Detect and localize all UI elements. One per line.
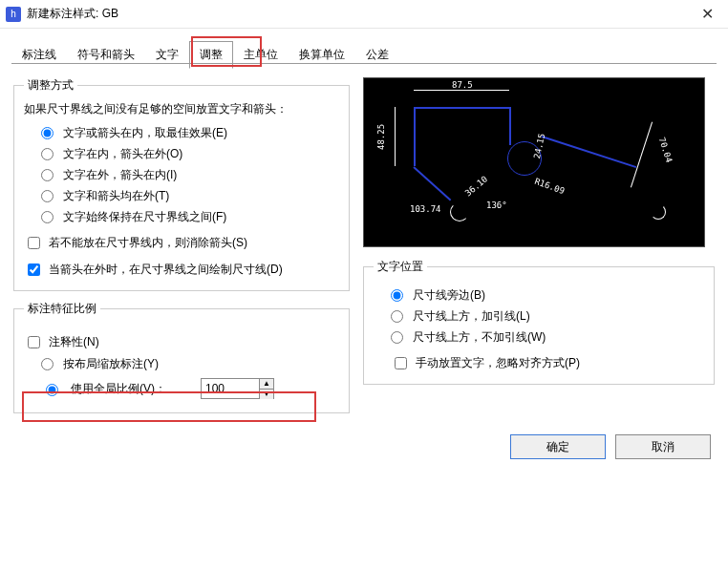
tab-dimline[interactable]: 标注线 (11, 41, 67, 69)
pv-label-deg: 136° (486, 200, 507, 210)
tab-symbols[interactable]: 符号和箭头 (67, 41, 145, 69)
radio-global-scale-label: 使用全局比例(V)： (71, 381, 166, 397)
radio-best-fit[interactable] (41, 127, 54, 139)
input-global-scale[interactable] (202, 379, 259, 398)
radio-best-fit-label: 文字或箭头在内，取最佳效果(E) (63, 125, 227, 141)
radio-above-with-leader[interactable] (391, 310, 403, 323)
chk-suppress-arrows-label: 若不能放在尺寸界线内，则消除箭头(S) (49, 235, 247, 251)
tab-text[interactable]: 文字 (145, 41, 189, 69)
radio-both-out-label: 文字和箭头均在外(T) (63, 188, 169, 204)
radio-keep-between-label: 文字始终保持在尺寸界线之间(F) (63, 209, 226, 225)
chk-annotative-label: 注释性(N) (49, 334, 99, 350)
pv-label-top: 87.5 (452, 80, 473, 90)
radio-layout-scale-label: 按布局缩放标注(Y) (63, 356, 159, 372)
radio-text-in-arrow-out-label: 文字在内，箭头在外(O) (63, 146, 182, 162)
close-button[interactable]: ✕ (686, 0, 728, 29)
fieldset-adjust: 调整方式 如果尺寸界线之间没有足够的空间放置文字和箭头： 文字或箭头在内，取最佳… (13, 77, 350, 291)
spinner-global-scale: ▲ ▼ (201, 378, 274, 399)
radio-text-in-arrow-out[interactable] (41, 148, 54, 160)
titlebar: h 新建标注样式: GB ✕ (0, 0, 728, 29)
adjust-intro: 如果尺寸界线之间没有足够的空间放置文字和箭头： (24, 101, 339, 117)
tab-adjust[interactable]: 调整 (189, 41, 233, 69)
tabs: 标注线 符号和箭头 文字 调整 主单位 换算单位 公差 (0, 29, 728, 68)
chk-manual-placement-label: 手动放置文字，忽略对齐方式(P) (416, 355, 580, 371)
radio-above-no-leader[interactable] (391, 331, 403, 344)
window-title: 新建标注样式: GB (27, 6, 686, 22)
chk-draw-dimline-label: 当箭头在外时，在尺寸界线之间绘制尺寸线(D) (49, 262, 283, 278)
ok-button[interactable]: 确定 (510, 434, 606, 459)
radio-above-with-leader-label: 尺寸线上方，加引线(L) (413, 308, 530, 325)
chk-draw-dimline[interactable] (28, 263, 40, 276)
pv-label-r: 24.15 (532, 133, 546, 160)
fieldset-textpos: 文字位置 尺寸线旁边(B) 尺寸线上方，加引线(L) 尺寸线上方，不加引线(W)… (363, 259, 715, 385)
chk-manual-placement[interactable] (395, 357, 407, 369)
pv-label-left: 48.25 (376, 124, 386, 150)
legend-adjust: 调整方式 (24, 77, 77, 94)
preview-pane: 87.5 48.25 24.15 36.10 136° R16.09 103.7… (363, 77, 705, 247)
legend-textpos: 文字位置 (374, 259, 427, 275)
pv-label-bot: 103.74 (410, 204, 441, 214)
chk-annotative[interactable] (28, 336, 40, 348)
radio-global-scale[interactable] (46, 384, 58, 396)
spinner-up-icon[interactable]: ▲ (260, 379, 273, 390)
legend-scale: 标注特征比例 (24, 301, 100, 317)
radio-layout-scale[interactable] (41, 358, 54, 370)
chk-suppress-arrows[interactable] (28, 237, 40, 249)
tab-primaryunits[interactable]: 主单位 (233, 41, 289, 69)
radio-text-out-arrow-in[interactable] (41, 169, 54, 181)
radio-beside-dimline[interactable] (391, 289, 403, 302)
fieldset-scale: 标注特征比例 注释性(N) 按布局缩放标注(Y) 使用全局比例(V)： ▲ ▼ (13, 301, 350, 413)
radio-beside-dimline-label: 尺寸线旁边(B) (413, 287, 485, 304)
cancel-button[interactable]: 取消 (615, 434, 711, 459)
pv-label-rad: R16.09 (533, 177, 566, 197)
spinner-down-icon[interactable]: ▼ (260, 390, 273, 399)
tab-altunits[interactable]: 换算单位 (289, 41, 355, 69)
radio-above-no-leader-label: 尺寸线上方，不加引线(W) (413, 329, 546, 346)
radio-text-out-arrow-in-label: 文字在外，箭头在内(I) (63, 167, 177, 183)
pv-label-right: 70.04 (657, 137, 674, 164)
close-icon: ✕ (701, 5, 714, 23)
button-bar: 确定 取消 (510, 434, 711, 459)
app-icon: h (6, 7, 21, 22)
tab-tolerance[interactable]: 公差 (355, 41, 399, 69)
pv-label-ang: 36.10 (463, 174, 489, 198)
radio-keep-between[interactable] (41, 211, 54, 223)
radio-both-out[interactable] (41, 190, 54, 202)
